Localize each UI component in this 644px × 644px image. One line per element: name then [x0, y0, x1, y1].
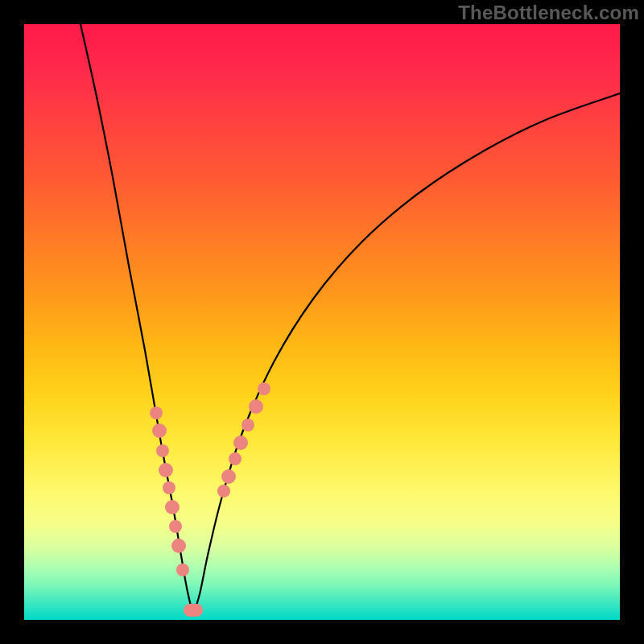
highlight-dot [229, 452, 242, 465]
trough-marker [184, 604, 203, 617]
watermark-text: TheBottleneck.com [458, 2, 639, 24]
highlight-dot [217, 485, 230, 497]
highlight-dot [150, 407, 163, 419]
highlight-dot [242, 419, 254, 431]
bottleneck-curve-svg [24, 24, 620, 620]
highlight-dot [159, 463, 173, 477]
chart-frame: TheBottleneck.com [0, 0, 644, 644]
highlight-dot [163, 481, 175, 494]
highlight-dot [233, 436, 248, 450]
plot-area [24, 24, 620, 620]
highlight-dot [165, 500, 180, 514]
highlight-dot [176, 564, 189, 576]
bottleneck-curve [80, 24, 620, 610]
highlight-dot [169, 520, 182, 533]
highlight-dot [156, 444, 169, 457]
highlight-dot [249, 399, 263, 414]
highlight-dot [258, 382, 270, 395]
highlight-dot [221, 469, 236, 484]
highlight-dot [152, 423, 167, 438]
highlight-dot [171, 539, 186, 553]
